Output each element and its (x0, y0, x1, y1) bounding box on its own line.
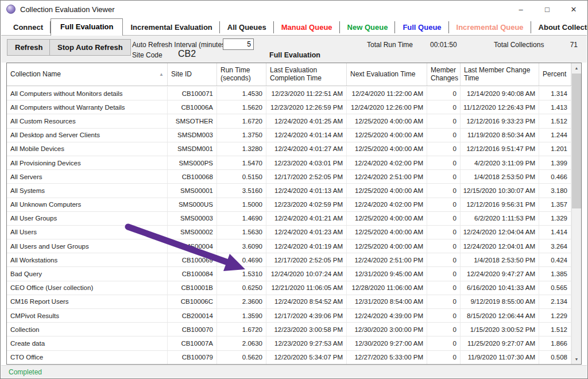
cell-run-time-seconds: 1.6720 (217, 114, 266, 127)
tab-incremental-queue[interactable]: Incremental Queue (449, 20, 531, 34)
table-row[interactable]: All User GroupsSMS000031.469012/24/2020 … (7, 212, 571, 226)
cell-last-member-change-time: 11/19/2020 8:50:34 AM (461, 129, 539, 142)
scrollbar-thumb[interactable] (572, 74, 581, 208)
cell-percent: 1.314 (539, 87, 571, 100)
total-collections-value: 71 (570, 41, 578, 49)
cell-next-evaluation-time: 12/24/2020 4:02:00 PM (347, 198, 427, 211)
cell-last-member-change-time: 6/2/2020 1:11:53 PM (461, 212, 539, 225)
cell-member-changes: 0 (427, 226, 461, 239)
tab-connect[interactable]: Connect (6, 20, 51, 34)
table-row[interactable]: All Unknown ComputersSMS000US1.500012/23… (7, 198, 571, 212)
table-row[interactable]: All Desktop and Server ClientsSMSDM0031.… (7, 129, 571, 142)
cell-site-id: SMSOTHER (168, 114, 217, 127)
cell-percent: 0.424 (539, 253, 571, 266)
cell-run-time-seconds: 0.5150 (217, 170, 266, 183)
toolbar: Refresh Stop Auto Refresh Auto Refresh I… (1, 36, 587, 63)
tab-incremental-evaluation[interactable]: Incremental Evaluation (123, 20, 219, 34)
table-row[interactable]: Create dataCB10007A2.063012/23/2020 9:27… (7, 337, 571, 350)
column-header-site-id[interactable]: Site ID (168, 63, 217, 86)
column-header-next-evaluation-time[interactable]: Next Evaluation Time (347, 63, 427, 86)
tab-about-collection-evaluation[interactable]: About Collection Evaluation (531, 20, 588, 34)
maximize-icon[interactable]: □ (534, 1, 560, 18)
cell-run-time-seconds: 0.4690 (217, 253, 266, 266)
close-icon[interactable]: ✕ (560, 1, 587, 18)
cell-collection-name: All Provisioning Devices (7, 156, 168, 169)
tab-full-evaluation[interactable]: Full Evaluation (51, 18, 123, 36)
table-row[interactable]: All Custom ResourcesSMSOTHER1.672012/24/… (7, 114, 571, 128)
cell-next-evaluation-time: 12/25/2020 4:00:00 AM (347, 129, 427, 142)
total-collections-label: Total Collections (494, 41, 544, 49)
column-header-percent[interactable]: Percent (539, 63, 571, 86)
tab-new-queue[interactable]: New Queue (340, 20, 396, 34)
cell-run-time-seconds: 3.6090 (217, 239, 266, 253)
table-row[interactable]: CEO Office (User collection)CB10001B0.62… (7, 281, 571, 295)
cell-collection-name: All Workstations (7, 253, 168, 266)
table-row[interactable]: CTO OfficeCB1000790.562012/20/2020 5:34:… (7, 351, 571, 364)
cell-run-time-seconds: 2.0630 (217, 337, 266, 350)
app-window: Collection Evaluation Viewer – □ ✕ Conne… (0, 0, 588, 379)
cell-next-evaluation-time: 12/24/2020 12:26:00 PM (347, 100, 427, 114)
table-row[interactable]: All Users and User GroupsSMS000043.60901… (7, 239, 571, 253)
column-header-last-evaluation-completion-time[interactable]: Last Evaluation Completion Time (266, 63, 347, 86)
cell-next-evaluation-time: 12/24/2020 2:51:00 PM (347, 253, 427, 266)
cell-collection-name: All Users (7, 226, 168, 239)
table-row[interactable]: All SystemsSMS000013.516012/24/2020 4:01… (7, 184, 571, 198)
column-header-collection-name[interactable]: Collection Name▲ (7, 63, 168, 86)
cell-last-evaluation-completion-time: 12/23/2020 4:02:59 PM (266, 198, 347, 211)
cell-run-time-seconds: 1.5310 (217, 267, 266, 280)
table-row[interactable]: CM16 Report UsersCB10006C2.360012/24/202… (7, 295, 571, 309)
status-text: Completed (9, 368, 42, 376)
column-header-label: Last Evaluation Completion Time (270, 67, 343, 83)
tab-label: About Collection Evaluation (539, 23, 588, 32)
table-row[interactable]: All Computers without Warranty DetailsCB… (7, 100, 571, 114)
cell-site-id: SMSDM001 (168, 142, 217, 156)
vertical-scrollbar[interactable]: ▲ ▼ (571, 63, 581, 364)
cell-next-evaluation-time: 12/24/2020 4:39:00 PM (347, 309, 427, 322)
table-row[interactable]: All ServersCB1000680.515012/17/2020 2:52… (7, 170, 571, 184)
refresh-button[interactable]: Refresh (7, 39, 51, 56)
tab-all-queues[interactable]: All Queues (220, 20, 274, 34)
table-row[interactable]: All UsersSMS000021.563012/24/2020 4:01:2… (7, 226, 571, 239)
current-view-label: Full Evaluation (269, 51, 320, 59)
cell-collection-name: Create data (7, 337, 168, 350)
cell-member-changes: 0 (427, 156, 461, 169)
table-row[interactable]: All Mobile DevicesSMSDM0011.328012/24/20… (7, 142, 571, 156)
auto-refresh-interval-input[interactable] (223, 38, 254, 50)
cell-site-id: SMS000PS (168, 156, 217, 169)
cell-last-evaluation-completion-time: 12/24/2020 4:01:21 AM (266, 212, 347, 225)
cell-member-changes: 0 (427, 114, 461, 127)
cell-member-changes: 0 (427, 100, 461, 114)
column-header-run-time-seconds[interactable]: Run Time (seconds) (217, 63, 266, 86)
scroll-down-icon[interactable]: ▼ (572, 354, 581, 364)
cell-member-changes: 0 (427, 281, 461, 295)
table-row[interactable]: Bad QueryCB1000841.531012/24/2020 10:07:… (7, 267, 571, 281)
cell-last-member-change-time: 11/25/2020 9:27:07 AM (461, 337, 539, 350)
cell-last-evaluation-completion-time: 12/24/2020 4:01:19 AM (266, 239, 347, 253)
cell-run-time-seconds: 1.5630 (217, 226, 266, 239)
table-row[interactable]: CollectionCB1000701.672012/23/2020 3:00:… (7, 323, 571, 337)
cell-member-changes: 0 (427, 184, 461, 197)
tab-label: Incremental Queue (457, 23, 524, 32)
cell-last-member-change-time: 8/15/2020 12:06:44 AM (461, 309, 539, 322)
auto-refresh-interval-label: Auto Refresh Interval (minutes) (132, 41, 227, 49)
cell-percent: 1.414 (539, 226, 571, 239)
cell-last-member-change-time: 1/4/2018 2:53:50 PM (461, 253, 539, 266)
tab-full-queue[interactable]: Full Queue (395, 20, 448, 34)
stop-auto-refresh-button[interactable]: Stop Auto Refresh (49, 39, 131, 56)
tab-manual-queue[interactable]: Manual Queue (274, 20, 340, 34)
column-header-member-changes[interactable]: Member Changes (427, 63, 461, 86)
cell-run-time-seconds: 1.6720 (217, 323, 266, 336)
cell-last-member-change-time: 6/16/2020 10:41:33 AM (461, 281, 539, 295)
cell-run-time-seconds: 1.4690 (217, 212, 266, 225)
table-row[interactable]: CMPivot ResultsCB2000141.359012/17/2020 … (7, 309, 571, 323)
table-row[interactable]: All Provisioning DevicesSMS000PS1.547012… (7, 156, 571, 170)
cell-percent: 2.134 (539, 295, 571, 308)
scroll-up-icon[interactable]: ▲ (572, 63, 581, 73)
minimize-icon[interactable]: – (508, 1, 534, 18)
column-header-last-member-change-time[interactable]: Last Member Change Time (461, 63, 539, 86)
cell-collection-name: All Systems (7, 184, 168, 197)
table-row[interactable]: All WorkstationsCB1000690.469012/17/2020… (7, 253, 571, 267)
cell-last-member-change-time: 12/12/2016 9:33:23 PM (461, 114, 539, 127)
cell-collection-name: CTO Office (7, 351, 168, 364)
table-row[interactable]: All Computers without Monitors detailsCB… (7, 87, 571, 100)
